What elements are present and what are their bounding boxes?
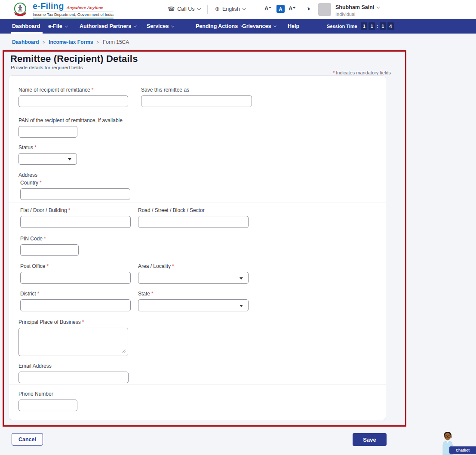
nav-e-file[interactable]: e-File [48,19,68,34]
breadcrumb-separator: > [43,40,45,45]
breadcrumb-dashboard[interactable]: Dashboard [12,39,39,45]
call-us-menu[interactable]: ☎ Call Us [168,6,200,12]
dropdown-caret-icon [68,158,71,160]
nav-help[interactable]: Help [288,19,299,34]
state-label: State* [138,291,249,297]
nav-pending-actions[interactable]: Pending Actions [196,19,243,34]
recipient-name-input[interactable] [18,95,128,107]
phone-label: Phone Number [18,391,77,397]
nav-label: Pending Actions [196,23,238,29]
pin-code-input[interactable] [20,244,79,256]
cancel-button[interactable]: Cancel [12,433,43,446]
pan-label: PAN of the recipient of remittance, if a… [18,117,124,123]
principal-place-textarea[interactable] [18,328,128,356]
flat-door-building-input[interactable] [20,216,131,228]
language-menu[interactable]: ⊕ English [215,6,246,12]
nav-authorised-partners[interactable]: Authorised Partners [80,19,136,34]
phone-icon: ☎ [168,6,175,12]
chevron-down-icon [134,24,137,27]
area-locality-select[interactable] [138,272,249,284]
brand-subtitle: Income Tax Department, Government of Ind… [33,12,114,18]
call-us-label: Call Us [177,6,194,12]
globe-icon: ⊕ [215,6,220,12]
session-digit: 1 [361,22,367,30]
field-flat-door-building: Flat / Door / Building* [20,207,131,228]
district-label: District* [20,291,131,297]
district-input[interactable] [20,299,131,311]
status-select[interactable] [18,153,77,165]
field-recipient-name: Name of recipient of remittance* [18,87,128,107]
header-divider [257,5,257,14]
breadcrumb-income-tax-forms[interactable]: Income-tax Forms [49,39,93,45]
user-menu[interactable]: Shubham Saini Individual [335,3,380,17]
page-subtitle: Provide details for required fields [11,65,83,70]
language-label: English [222,6,240,12]
field-status: Status* [18,144,77,165]
session-timer: Session Time 1 1 : 1 4 [327,19,394,34]
address-section-label: Address [18,172,37,181]
dropdown-caret-icon [240,305,243,307]
state-select[interactable] [138,299,249,311]
phone-input[interactable] [18,400,77,411]
national-emblem-icon [12,1,28,18]
session-colon: : [377,24,378,29]
page-title: Remittee (Recipient) Details [10,53,138,65]
user-name: Shubham Saini [335,4,374,10]
field-country: Country* [20,180,130,200]
breadcrumb-current: Form 15CA [103,39,129,45]
field-save-remittee-as: Save this remittee as [141,87,252,107]
form-card: Name of recipient of remittance* Save th… [9,75,386,420]
field-road-street: Road / Street / Block / Sector [138,207,249,228]
country-input[interactable] [20,188,130,200]
chevron-down-icon [65,24,68,27]
save-remittee-as-label: Save this remittee as [141,87,252,93]
save-button[interactable]: Save [353,433,387,446]
font-default-button[interactable]: A [276,5,285,13]
nav-dashboard[interactable]: Dashboard [12,19,40,34]
highlighted-content-region: Remittee (Recipient) Details Provide det… [3,50,406,427]
nav-label: Services [147,23,169,29]
session-digit: 1 [380,22,386,30]
status-label: Status* [18,144,77,151]
field-principal-place: Principal Place of Business* [18,319,128,356]
section-divider [9,384,386,385]
session-digit: 1 [369,22,375,30]
nav-label: e-File [48,23,62,29]
brand-text: e-Filing Anywhere Anytime Income Tax Dep… [33,1,114,18]
avatar[interactable] [318,3,331,16]
nav-label: Dashboard [12,23,40,29]
post-office-input[interactable] [20,272,131,284]
field-pin-code: PIN Code* [20,236,79,256]
font-decrease-button[interactable]: A⁻ [264,5,271,12]
field-email: Email Address [18,363,129,383]
field-state: State* [138,291,249,311]
area-locality-label: Area / Locality* [138,263,249,269]
chatbot-widget[interactable]: Chatbot [435,430,476,455]
main-navbar: Dashboard e-File Authorised Partners Ser… [0,19,476,34]
flat-door-building-label: Flat / Door / Building* [20,207,131,213]
nav-services[interactable]: Services [147,19,174,34]
recipient-name-label: Name of recipient of remittance* [18,87,128,93]
email-label: Email Address [18,363,129,369]
post-office-label: Post Office* [20,263,131,269]
field-pan: PAN of the recipient of remittance, if a… [18,117,124,138]
save-remittee-as-input[interactable] [141,95,252,107]
chevron-down-icon [377,5,380,8]
efiling-logo: e-Filing Anywhere Anytime Income Tax Dep… [12,1,114,18]
nav-grievances[interactable]: Grievances [242,19,276,34]
mandatory-fields-note: *Indicates mandatory fields [333,70,391,75]
principal-place-label: Principal Place of Business* [18,319,128,325]
chevron-down-icon [243,6,246,10]
header-divider [300,5,300,14]
email-input[interactable] [18,372,129,383]
road-street-input[interactable] [138,216,249,228]
contrast-toggle-icon[interactable]: ◑ [306,5,310,12]
breadcrumb: Dashboard > Income-tax Forms > Form 15CA [0,34,476,50]
pan-input[interactable] [18,126,77,138]
nav-label: Grievances [242,23,271,29]
field-area-locality: Area / Locality* [138,263,249,284]
country-label: Country* [20,180,130,186]
road-street-label: Road / Street / Block / Sector [138,207,249,213]
font-increase-button[interactable]: A⁺ [289,5,295,12]
header-divider [207,5,208,14]
